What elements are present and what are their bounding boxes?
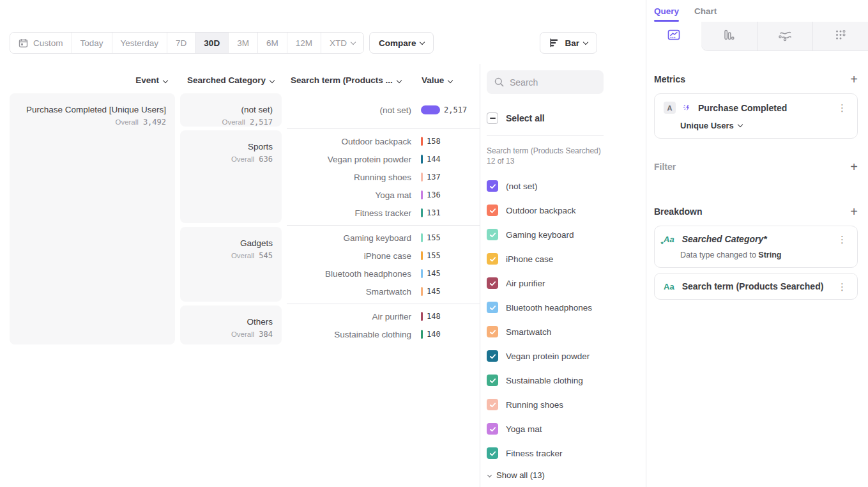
table-row[interactable]: Outdoor backpack158 (287, 132, 480, 150)
filter-checkbox[interactable] (487, 350, 498, 362)
chevron-down-icon (351, 39, 356, 44)
content: Event Searched Category Search term (Pro… (0, 64, 646, 487)
chart-type-tab-grid-dots[interactable] (812, 22, 868, 51)
event-cell[interactable]: Purchase Completed [Unique Users] Overal… (10, 93, 175, 344)
date-range-label: 3M (237, 38, 249, 48)
add-filter-button[interactable]: + (850, 162, 858, 171)
filter-item[interactable]: Air purifier (487, 271, 637, 295)
date-range-3m[interactable]: 3M (229, 33, 258, 53)
select-all-label: Select all (506, 113, 545, 123)
filter-item[interactable]: Sustainable clothing (487, 368, 637, 392)
add-breakdown-button[interactable]: + (850, 207, 858, 216)
filter-item[interactable]: Outdoor backpack (487, 198, 637, 222)
date-range-6m[interactable]: 6M (258, 33, 287, 53)
filter-checkbox[interactable] (487, 229, 498, 240)
date-range-label: Yesterday (121, 38, 159, 48)
table-row[interactable]: Gaming keyboard155 (287, 229, 480, 247)
search-box[interactable] (487, 70, 604, 94)
table-row[interactable]: (not set)2,517 (287, 101, 480, 119)
filter-checkbox[interactable] (487, 302, 498, 313)
chart-type-tab-line-chart[interactable] (646, 22, 701, 51)
date-range-today[interactable]: Today (72, 33, 112, 53)
filter-section-header: Filter + (654, 162, 858, 172)
value-number: 155 (427, 251, 441, 260)
category-cell[interactable]: (not set)Overall2,517 (180, 93, 282, 127)
check-icon (489, 256, 496, 263)
measure-dropdown[interactable]: Unique Users (680, 121, 848, 130)
date-range-label: Custom (33, 38, 63, 48)
filter-checkbox[interactable] (487, 399, 498, 410)
table-row[interactable]: Running shoes137 (287, 168, 480, 186)
search-input[interactable] (510, 77, 593, 88)
metric-card[interactable]: A Purchase Completed ⋮ Unique Users (654, 93, 858, 139)
date-range-xtd[interactable]: XTD (321, 33, 363, 53)
chart-type-tab-bar-chart[interactable] (701, 22, 756, 51)
main-area: CustomTodayYesterday7D30D3M6M12MXTD Comp… (0, 0, 646, 487)
table-row[interactable]: Fitness tracker131 (287, 204, 480, 222)
kebab-menu-icon[interactable]: ⋮ (836, 103, 848, 112)
add-metric-button[interactable]: + (850, 75, 858, 84)
column-header-value[interactable]: Value (409, 75, 452, 85)
filter-checkbox[interactable] (487, 423, 498, 435)
term-rows: Gaming keyboard155iPhone case155Bluetoot… (287, 225, 480, 304)
table-row[interactable]: Smartwatch145 (287, 282, 480, 300)
table-row[interactable]: Sustainable clothing140 (287, 325, 480, 343)
filter-item[interactable]: Bluetooth headphones (487, 295, 637, 320)
filter-checkbox[interactable] (487, 375, 498, 386)
metric-badge: A (664, 102, 676, 114)
chart-type-dropdown[interactable]: Bar (540, 32, 597, 54)
filter-checkbox[interactable] (487, 277, 498, 289)
table-row[interactable]: Bluetooth headphones145 (287, 265, 480, 282)
filter-checkbox[interactable] (487, 326, 498, 337)
filter-checkbox[interactable] (487, 205, 498, 216)
filter-item-label: Gaming keyboard (506, 230, 574, 240)
search-icon (494, 77, 504, 87)
table-row[interactable]: Yoga mat136 (287, 186, 480, 204)
event-column: Purchase Completed [Unique Users] Overal… (10, 91, 175, 346)
category-cell[interactable]: SportsOverall636 (180, 130, 282, 223)
date-range-30d[interactable]: 30D (195, 33, 229, 53)
filter-item[interactable]: Yoga mat (487, 417, 637, 441)
overall-value: 545 (259, 251, 273, 260)
select-all-checkbox[interactable] (487, 112, 498, 124)
filter-checkbox[interactable] (487, 253, 498, 265)
flow-icon (777, 28, 793, 45)
column-header-search-term[interactable]: Search term (Products ... (287, 75, 409, 85)
column-header-event[interactable]: Event (10, 75, 175, 85)
filter-item[interactable]: Smartwatch (487, 320, 637, 344)
filter-item[interactable]: Vegan protein powder (487, 344, 637, 368)
date-range-custom[interactable]: Custom (10, 33, 72, 53)
filter-item[interactable]: (not set) (487, 174, 637, 198)
category-cell[interactable]: OthersOverall384 (180, 305, 282, 344)
filter-item[interactable]: Running shoes (487, 392, 637, 417)
filter-item[interactable]: iPhone case (487, 247, 637, 271)
table-row[interactable]: Vegan protein powder144 (287, 150, 480, 168)
filter-checkbox[interactable] (487, 180, 498, 192)
breakdown-card[interactable]: AaSearched Category*⋮Data type changed t… (654, 226, 858, 268)
show-all-toggle[interactable]: Show all (13) (487, 470, 637, 480)
tab-chart[interactable]: Chart (694, 6, 717, 22)
value-number: 131 (427, 208, 441, 217)
column-header-category[interactable]: Searched Category (180, 75, 282, 85)
date-range-yesterday[interactable]: Yesterday (112, 33, 168, 53)
category-cell[interactable]: GadgetsOverall545 (180, 227, 282, 302)
tab-query[interactable]: Query (654, 6, 679, 22)
select-all-row[interactable]: Select all (487, 112, 637, 124)
table-row[interactable]: Air purifier148 (287, 307, 480, 325)
breakdown-card[interactable]: AaSearch term (Products Searched)⋮ (654, 273, 858, 300)
date-range-label: XTD (330, 38, 347, 48)
chevron-down-icon (270, 78, 275, 83)
filter-checkbox[interactable] (487, 447, 498, 459)
compare-button[interactable]: Compare (369, 32, 434, 54)
term-label: (not set) (287, 105, 416, 115)
date-range-7d[interactable]: 7D (167, 33, 195, 53)
kebab-menu-icon[interactable]: ⋮ (836, 282, 848, 291)
filter-item[interactable]: Fitness tracker (487, 441, 637, 465)
filter-item[interactable]: Gaming keyboard (487, 222, 637, 247)
table-row[interactable]: iPhone case155 (287, 247, 480, 265)
breakdown-property-name: Searched Category* (682, 234, 836, 244)
date-range-12m[interactable]: 12M (287, 33, 321, 53)
kebab-menu-icon[interactable]: ⋮ (836, 235, 848, 244)
calendar-icon (19, 38, 28, 48)
chart-type-tab-flow[interactable] (757, 22, 812, 51)
